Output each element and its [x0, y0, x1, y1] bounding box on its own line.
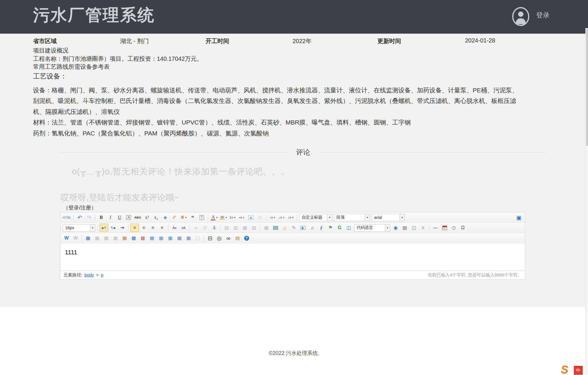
login-register-link[interactable]: （登录/注册） [63, 204, 96, 211]
table-sort-button[interactable]: ▦ [184, 234, 193, 242]
preview-button[interactable]: ◎ [215, 234, 224, 242]
ime-indicator[interactable]: S 中 [561, 363, 587, 375]
paragraph-spacing-bottom-button[interactable]: ↓≡▾ [277, 213, 286, 222]
split-row-button[interactable]: ▦ [166, 234, 175, 242]
process-equipment-subtitle: 工艺设备： [33, 72, 523, 81]
strikethrough-button[interactable]: ABC [134, 213, 142, 222]
translate-button[interactable]: 文 [419, 224, 427, 232]
table-text-button: ▢ [193, 234, 202, 242]
vertical-scrollbar[interactable] [585, 28, 588, 375]
region-value: 湖北 - 荆门 [120, 37, 149, 45]
blockquote-button[interactable]: “ [188, 213, 197, 222]
align-center-button[interactable]: ≡ [139, 224, 148, 232]
char-border-button[interactable]: A [124, 213, 133, 222]
preview-window-icon: ◫ [412, 225, 416, 230]
font-color-button[interactable]: A▾ [210, 213, 219, 222]
line-height-button[interactable]: ↕≡▾ [286, 213, 295, 222]
element-path-label: 元素路径: [63, 272, 82, 277]
time-button[interactable]: ◷ [449, 224, 458, 232]
select-all-button[interactable]: a [247, 213, 255, 222]
image-float-left-button: ▥ [231, 224, 240, 232]
lowercase-button[interactable]: âA [179, 224, 188, 232]
split-col-button[interactable]: ▦ [175, 234, 184, 242]
path-link-body[interactable]: body [84, 272, 94, 277]
unordered-list-button[interactable]: •≡▾ [237, 213, 246, 222]
emoticon-button[interactable]: ☺ [280, 224, 289, 232]
scrollbar-thumb[interactable] [586, 28, 588, 146]
gmap-button[interactable]: G [335, 224, 344, 232]
uppercase-button[interactable]: Âa [170, 224, 179, 232]
ordered-list-button[interactable]: 1≡▾ [228, 213, 237, 222]
horizontal-rule-button[interactable]: — [431, 224, 440, 232]
font-family-select[interactable]: arial▾ [372, 214, 405, 221]
help-button[interactable]: ? [242, 234, 251, 242]
print-button[interactable]: ⊟ [206, 234, 214, 242]
paste-plain-button[interactable]: T [198, 213, 206, 222]
dropdown-arrow-icon[interactable]: ▾ [327, 214, 332, 221]
music-button[interactable]: ♫ [308, 224, 316, 232]
insert-table-button[interactable]: ▦ [84, 234, 92, 242]
html-source-button[interactable]: HTML [62, 213, 72, 222]
underline-button[interactable]: U [115, 213, 124, 222]
dropdown-arrow-icon[interactable]: ▾ [385, 225, 390, 231]
dropdown-arrow-icon[interactable]: ▾ [365, 214, 370, 221]
undo-button[interactable]: ↶ [75, 213, 84, 222]
format-brush-button[interactable]: ✐ [170, 213, 179, 222]
special-char-button[interactable]: Ω [459, 224, 467, 232]
editor-content-area[interactable]: 1111 [60, 243, 525, 271]
fullscreen-button[interactable]: ▣ [515, 213, 523, 222]
custom-title-select[interactable]: 自定义标题▾ [299, 214, 332, 221]
subscript-button[interactable]: x₂ [152, 213, 160, 222]
merge-down-button[interactable]: ▦ [157, 234, 165, 242]
code-language-select[interactable]: 代码语言▾ [354, 224, 390, 232]
remove-format-button[interactable]: ◆ [161, 213, 170, 222]
redo-button[interactable]: ↷ [85, 213, 93, 222]
insert-frame-button[interactable]: ◫ [344, 224, 353, 232]
auto-typeset-button[interactable]: ❋▾ [179, 213, 188, 222]
insert-row-button[interactable]: ▦ [120, 234, 129, 242]
search-replace-button[interactable]: ∞ [224, 234, 233, 242]
image-float-right-icon: ▧ [252, 225, 256, 230]
dropdown-arrow-icon[interactable]: ▾ [400, 214, 405, 221]
anchor-button[interactable]: ⚓ [210, 224, 219, 232]
toolbar-separator [297, 214, 297, 221]
preview-window-button[interactable]: ◫ [410, 224, 418, 232]
indent-button[interactable]: ⇥ [118, 224, 127, 232]
paragraph-format-select-value: 段落 [334, 215, 345, 220]
video-button[interactable]: ▶ [299, 224, 307, 232]
attachment-button[interactable]: ∮ [317, 224, 326, 232]
pagebreak-button[interactable]: ▤ [400, 224, 409, 232]
italic-button[interactable]: I [106, 213, 115, 222]
insert-col-button[interactable]: ▦ [129, 234, 138, 242]
scrawl-button[interactable]: ✎ [290, 224, 298, 232]
ltr-button[interactable]: ▶¶ [100, 224, 108, 232]
baidu-app-button[interactable]: ◉ [391, 224, 400, 232]
word-image-button[interactable]: W [62, 234, 71, 242]
merge-right-button[interactable]: ▦ [148, 234, 156, 242]
editor-status-bar: 元素路径: body > p 当前已输入4个字符, 您还可以输入9996个字符。 [60, 271, 525, 279]
toolbar-separator [168, 225, 168, 231]
highlight-color-button[interactable]: ab▾ [219, 213, 228, 222]
paragraph-spacing-top-button[interactable]: ↑≡▾ [268, 213, 277, 222]
dropdown-arrow-icon[interactable]: ▾ [90, 225, 95, 231]
time-icon: ◷ [452, 225, 456, 230]
paragraph-format-select[interactable]: 段落▾ [334, 214, 370, 221]
align-right-button[interactable]: ≡ [149, 224, 157, 232]
bold-button[interactable]: B [97, 213, 106, 222]
date-button[interactable]: 31 [440, 224, 449, 232]
delete-row-button[interactable]: ▦ [139, 234, 147, 242]
font-size-select[interactable]: 16px▾ [63, 224, 95, 232]
map-button[interactable]: ⚑ [326, 224, 335, 232]
path-link-p[interactable]: p [101, 272, 103, 277]
clear-doc-button[interactable]: □ [256, 213, 264, 222]
image-manager-button[interactable] [271, 224, 280, 232]
align-left-button[interactable]: ≡ [130, 224, 139, 232]
align-justify-button[interactable]: ≡ [158, 224, 166, 232]
user-avatar-icon[interactable] [512, 7, 530, 26]
login-button[interactable]: 登录 [536, 11, 550, 20]
rtl-button[interactable]: ¶◀ [109, 224, 117, 232]
superscript-button[interactable]: x² [143, 213, 151, 222]
paste-button[interactable]: ▤ [233, 234, 242, 242]
custom-title-select-value: 自定义标题 [300, 215, 322, 220]
html-source-icon: HTML [63, 216, 71, 219]
